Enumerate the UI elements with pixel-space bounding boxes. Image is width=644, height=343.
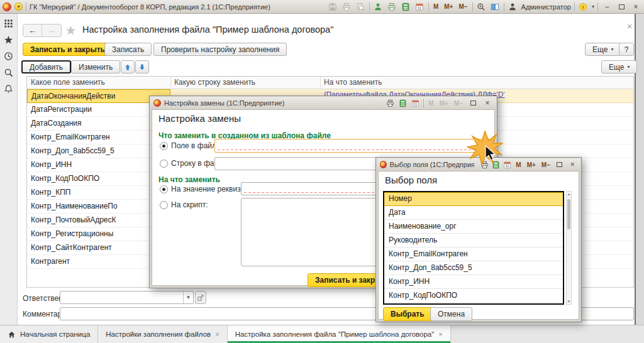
- maximize-button[interactable]: [467, 99, 479, 107]
- scroll-up-icon[interactable]: ▲: [567, 192, 571, 196]
- maximize-button[interactable]: [616, 3, 627, 11]
- list-item[interactable]: Руководитель: [384, 234, 563, 248]
- list-item-selected[interactable]: Номер: [384, 192, 563, 206]
- row-field-name: Контрагент: [27, 255, 170, 268]
- scrollbar-thumb[interactable]: [567, 199, 570, 229]
- user-green-icon[interactable]: [373, 1, 384, 12]
- row-field-name: Контр_ИНН: [27, 158, 170, 172]
- field-in-file-input[interactable]: ...: [214, 139, 491, 153]
- table-header: Какое поле заменить Какую строку заменит…: [27, 77, 633, 89]
- forward-button[interactable]: →: [42, 24, 61, 36]
- check-fill-settings-button[interactable]: Проверить настройку заполнения: [153, 43, 287, 56]
- back-button[interactable]: ←: [23, 24, 42, 36]
- move-down-button[interactable]: [135, 60, 149, 74]
- tab-current-fill-setting[interactable]: Настройка заполнения файла "Пример шабло…: [228, 325, 451, 343]
- memory-mplus-button[interactable]: М+: [443, 3, 454, 10]
- menu-grid-icon[interactable]: [4, 19, 13, 28]
- add-button[interactable]: Добавить: [21, 60, 71, 74]
- radio-field-in-file[interactable]: [160, 142, 168, 150]
- tab-close-icon[interactable]: ×: [215, 330, 219, 338]
- home-icon: [8, 330, 16, 339]
- notifications-bell-icon[interactable]: [4, 84, 13, 94]
- print-preview-icon[interactable]: [355, 1, 366, 12]
- open-windows-tabbar: Начальная страница Настройки заполнения …: [0, 325, 644, 343]
- close-button[interactable]: ×: [567, 160, 577, 169]
- radio-script[interactable]: [160, 201, 168, 209]
- tab-fill-settings-list[interactable]: Настройки заполнения файлов ×: [98, 325, 227, 343]
- list-scrollbar[interactable]: ▲ ▼: [566, 191, 572, 305]
- cancel-button[interactable]: Отмена: [430, 307, 472, 321]
- list-item[interactable]: Контр_КодПоОКПО: [384, 289, 563, 303]
- save-button[interactable]: Записать: [104, 43, 152, 56]
- save-icon[interactable]: [328, 1, 338, 12]
- select-button[interactable]: Выбрать: [383, 307, 432, 321]
- printer-green-icon[interactable]: [387, 1, 397, 12]
- dialog-title: Выбор поля: [385, 175, 437, 185]
- memory-m-button[interactable]: М: [432, 3, 440, 10]
- user-icon: [508, 1, 518, 12]
- current-user[interactable]: Администратор: [521, 3, 571, 11]
- split-view-icon[interactable]: [490, 1, 501, 12]
- chevron-down-icon: ▾: [627, 64, 630, 70]
- zoom-icon[interactable]: [476, 1, 487, 12]
- open-responsible-button[interactable]: [195, 291, 206, 304]
- move-up-button[interactable]: [121, 60, 135, 74]
- memory-mplus-button: М+: [438, 100, 450, 107]
- list-item[interactable]: Контр_Доп_8ab5cc59_5: [384, 261, 563, 275]
- dialog-titlebar: Настройка замены (1С:Предприятие) М М+ М…: [150, 97, 496, 109]
- form-close-icon[interactable]: ×: [627, 21, 632, 31]
- close-button[interactable]: ×: [482, 99, 493, 107]
- info-icon[interactable]: [578, 1, 589, 12]
- window-title: ГК "Меркурий" / Документооборот 8 КОРП, …: [30, 3, 270, 11]
- memory-mminus-button[interactable]: М−: [540, 161, 552, 168]
- list-more-button[interactable]: Еще▾: [601, 60, 637, 74]
- scroll-down-icon[interactable]: ▼: [567, 300, 571, 303]
- list-item[interactable]: Наименование_орг: [384, 220, 563, 234]
- row-field-name: Контр_EmailКонтраген: [27, 131, 170, 144]
- memory-mplus-button[interactable]: М+: [526, 161, 537, 168]
- calendar-icon[interactable]: [503, 160, 511, 170]
- close-button[interactable]: ×: [630, 3, 641, 11]
- column-header-replace[interactable]: На что заменить: [320, 77, 633, 89]
- responsible-combo[interactable]: ▼: [60, 291, 194, 304]
- save-and-close-button[interactable]: Записать и закрыть: [23, 43, 113, 56]
- list-item[interactable]: Контр_ИНН: [384, 275, 563, 289]
- tab-close-icon[interactable]: ×: [438, 330, 442, 338]
- memory-mminus-button[interactable]: М−: [457, 3, 469, 10]
- system-menu-icon[interactable]: ▾: [14, 3, 23, 11]
- radio-string-in-file[interactable]: [160, 160, 168, 168]
- row-field-name: Контр_ПочтовыйАдресК: [27, 214, 170, 227]
- maximize-button[interactable]: [555, 160, 565, 169]
- row-field-name: Контр_КПП: [27, 186, 170, 199]
- open-icon: [197, 294, 204, 302]
- list-item[interactable]: Контр_EmailКонтраген: [384, 248, 563, 261]
- calendar-icon[interactable]: [414, 1, 425, 12]
- field-list: Номер Дата Наименование_орг Руководитель…: [383, 191, 564, 305]
- chevron-down-icon[interactable]: ▾: [592, 4, 594, 9]
- memory-mminus-button: М−: [453, 100, 464, 107]
- calculator-icon[interactable]: [398, 99, 408, 108]
- favorite-toggle-icon[interactable]: [65, 25, 76, 38]
- help-button[interactable]: ?: [619, 43, 634, 56]
- edit-button[interactable]: Изменить: [71, 60, 120, 74]
- minimize-button[interactable]: −: [601, 3, 613, 11]
- list-item[interactable]: Дата: [384, 206, 563, 220]
- search-icon[interactable]: [4, 68, 13, 77]
- column-header-string[interactable]: Какую строку заменить: [170, 77, 320, 89]
- history-clock-icon[interactable]: [4, 52, 13, 61]
- print-icon[interactable]: [341, 1, 352, 12]
- memory-m-button[interactable]: М: [514, 161, 522, 168]
- row-field-name: Контр_Регистрационны: [27, 227, 170, 241]
- favorites-star-icon[interactable]: [4, 35, 13, 45]
- calculator-icon[interactable]: [401, 1, 411, 12]
- tool-sidebar: [0, 14, 18, 325]
- print-icon[interactable]: [386, 99, 395, 108]
- dropdown-arrow-icon[interactable]: ▼: [183, 291, 193, 303]
- column-header-field[interactable]: Какое поле заменить: [27, 77, 170, 89]
- row-field-name: ДатаРегистрации: [27, 103, 170, 116]
- arrow-up-icon: [124, 63, 131, 71]
- radio-attribute-value[interactable]: [160, 185, 168, 193]
- calendar-icon[interactable]: [411, 99, 420, 108]
- tab-home[interactable]: Начальная страница: [0, 325, 98, 343]
- more-button[interactable]: Еще▾: [585, 43, 621, 56]
